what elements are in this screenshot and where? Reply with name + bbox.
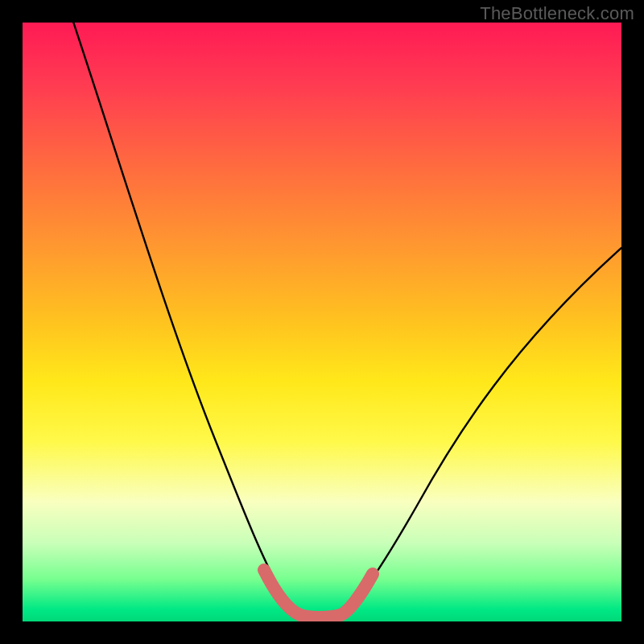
right-curve bbox=[345, 248, 621, 614]
curve-layer bbox=[23, 23, 621, 621]
highlighted-dip bbox=[264, 570, 373, 617]
watermark-text: TheBottleneck.com bbox=[480, 3, 634, 24]
left-curve bbox=[71, 23, 300, 614]
chart-frame: TheBottleneck.com bbox=[0, 0, 644, 644]
plot-area bbox=[23, 23, 621, 621]
